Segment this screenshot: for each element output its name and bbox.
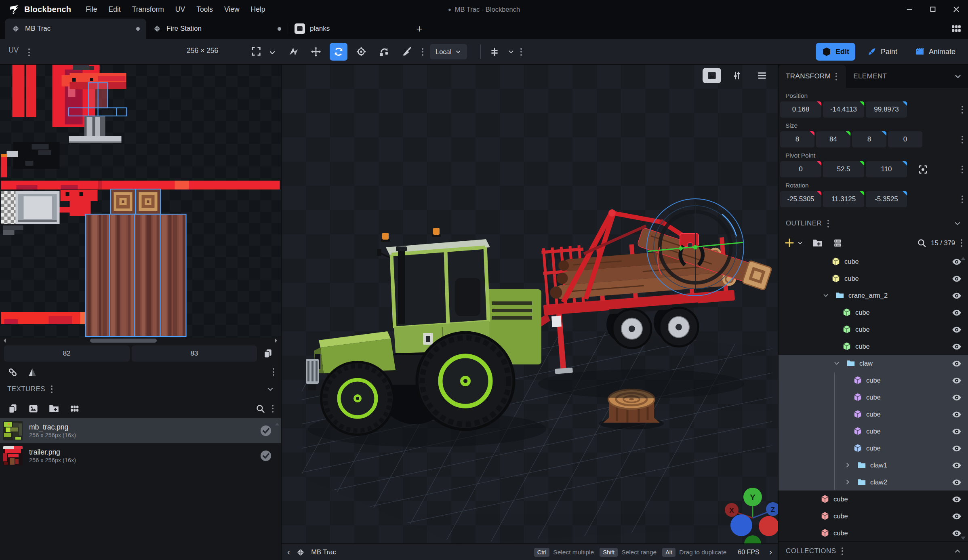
- visibility-eye-icon[interactable]: [952, 359, 962, 368]
- add-group-icon[interactable]: [812, 238, 823, 248]
- visibility-eye-icon[interactable]: [952, 342, 962, 351]
- visibility-eye-icon[interactable]: [952, 410, 962, 419]
- chevron-down-icon[interactable]: [797, 240, 803, 246]
- outliner-cube-item[interactable]: cube: [779, 389, 968, 406]
- group-menu-icon[interactable]: [960, 164, 965, 175]
- chevron-down-icon[interactable]: [268, 48, 276, 57]
- position-y-field[interactable]: -14.4113: [823, 101, 864, 118]
- mirror-seam-button[interactable]: [486, 43, 503, 61]
- outliner-cube-item[interactable]: cube: [779, 524, 968, 541]
- menu-item-view[interactable]: View: [219, 1, 245, 18]
- collections-header[interactable]: COLLECTIONS: [779, 541, 968, 560]
- visibility-eye-icon[interactable]: [952, 495, 962, 503]
- pivot-point-x-field[interactable]: 0: [780, 161, 821, 177]
- copy-icon[interactable]: [259, 345, 277, 362]
- maximize-button[interactable]: [921, 0, 945, 19]
- visibility-eye-icon[interactable]: [952, 274, 962, 283]
- visibility-eye-icon[interactable]: [952, 308, 962, 317]
- menu-item-transform[interactable]: Transform: [126, 1, 170, 18]
- tools-menu-icon[interactable]: [420, 46, 425, 57]
- create-texture-icon[interactable]: [28, 403, 39, 414]
- size-extra-field[interactable]: 0: [888, 131, 922, 147]
- chevron-down-icon[interactable]: [953, 219, 962, 227]
- uv-canvas[interactable]: [0, 65, 281, 338]
- knife-tool-button[interactable]: [398, 43, 415, 61]
- import-texture-icon[interactable]: [7, 403, 18, 414]
- chevron-right-icon[interactable]: [842, 478, 853, 486]
- project-tab-planks[interactable]: planks: [288, 19, 410, 39]
- chevron-right-icon[interactable]: [842, 461, 853, 469]
- outliner-group-claw2[interactable]: claw2: [779, 474, 968, 491]
- uv-x-field[interactable]: 82: [4, 345, 130, 362]
- outliner-cube-item[interactable]: cube: [779, 406, 968, 423]
- texture-enabled-check-icon[interactable]: [260, 425, 272, 437]
- outliner-cube-item[interactable]: cube: [779, 507, 968, 524]
- texture-list-menu-icon[interactable]: [270, 403, 275, 414]
- axis-neg-y-ball[interactable]: [744, 535, 761, 543]
- mode-paint-button[interactable]: Paint: [861, 43, 903, 61]
- pivot-tool-button[interactable]: [352, 43, 370, 61]
- rotate-tool-button[interactable]: [330, 43, 347, 61]
- outliner-menu-icon[interactable]: [826, 218, 831, 229]
- rotate-object-tool-button[interactable]: [375, 43, 393, 61]
- texture-item-mb_trac.png[interactable]: mb_trac.png256 x 256px (16x): [0, 418, 281, 443]
- menu-item-help[interactable]: Help: [245, 1, 271, 18]
- transform-menu-icon[interactable]: [834, 71, 839, 82]
- viewport-menu-icon[interactable]: [519, 46, 524, 57]
- visibility-eye-icon[interactable]: [952, 325, 962, 334]
- chevron-up-icon[interactable]: [953, 547, 962, 555]
- outliner-cube-item[interactable]: cube: [779, 253, 968, 270]
- visibility-eye-icon[interactable]: [952, 528, 962, 537]
- skew-tool-button[interactable]: [284, 43, 302, 61]
- mirror-uv-icon[interactable]: [27, 367, 38, 377]
- mode-animate-button[interactable]: Animate: [909, 43, 962, 61]
- visibility-eye-icon[interactable]: [952, 512, 962, 520]
- outliner-cube-item[interactable]: cube: [779, 338, 968, 355]
- visibility-eye-icon[interactable]: [952, 393, 962, 402]
- viewport-sliders-icon[interactable]: [728, 68, 746, 83]
- chevron-down-icon[interactable]: [831, 360, 842, 367]
- uv-y-field[interactable]: 83: [132, 345, 257, 362]
- texture-enabled-check-icon[interactable]: [260, 450, 272, 462]
- rotation-y-field[interactable]: 11.3125: [823, 191, 864, 207]
- size-z-field[interactable]: 8: [852, 131, 886, 147]
- rotation-z-field[interactable]: -5.3525: [866, 191, 907, 207]
- outliner-cube-item[interactable]: cube: [779, 270, 968, 287]
- background-image-icon[interactable]: [703, 68, 721, 83]
- pivot-point-y-field[interactable]: 52.5: [823, 161, 864, 177]
- toggle-list-icon[interactable]: [833, 238, 843, 248]
- uv-options-menu-icon[interactable]: [271, 366, 276, 377]
- texture-item-trailer.png[interactable]: trailer.png256 x 256px (16x): [0, 443, 281, 468]
- outliner-cube-item[interactable]: cube: [779, 321, 968, 338]
- mode-edit-button[interactable]: Edit: [816, 43, 855, 61]
- visibility-eye-icon[interactable]: [952, 444, 962, 453]
- apps-grid-icon[interactable]: [950, 23, 962, 35]
- visibility-eye-icon[interactable]: [952, 376, 962, 385]
- outliner-list-menu-icon[interactable]: [959, 238, 964, 248]
- new-tab-button[interactable]: +: [410, 19, 429, 39]
- chevron-down-icon[interactable]: [507, 48, 515, 55]
- axis-neg-x-ball[interactable]: [759, 516, 778, 536]
- outliner-cube-item[interactable]: cube: [779, 491, 968, 507]
- rotation-x-field[interactable]: -25.5305: [780, 191, 821, 207]
- size-y-field[interactable]: 84: [816, 131, 850, 147]
- close-button[interactable]: [945, 0, 968, 19]
- menu-item-file[interactable]: File: [80, 1, 103, 18]
- project-tab-mb-trac[interactable]: MB Trac: [5, 19, 146, 39]
- visibility-eye-icon[interactable]: [952, 461, 962, 469]
- uv-panel-menu-icon[interactable]: [27, 47, 32, 58]
- minimize-button[interactable]: [898, 0, 921, 19]
- move-tool-button[interactable]: [307, 43, 325, 61]
- viewport-menu-icon[interactable]: [753, 68, 771, 83]
- outliner-group-claw[interactable]: claw: [779, 355, 968, 372]
- outliner-header[interactable]: OUTLINER: [779, 214, 968, 233]
- uv-scroll-thumb[interactable]: [90, 339, 157, 343]
- outliner-cube-item[interactable]: cube: [779, 372, 968, 389]
- outliner-cube-item[interactable]: cube: [779, 304, 968, 321]
- textures-header[interactable]: TEXTURES: [0, 379, 281, 399]
- scroll-up-icon[interactable]: [275, 421, 279, 425]
- menu-item-edit[interactable]: Edit: [103, 1, 126, 18]
- tractor-model[interactable]: [306, 228, 546, 447]
- scroll-right-icon[interactable]: [275, 339, 279, 343]
- group-menu-icon[interactable]: [960, 194, 965, 205]
